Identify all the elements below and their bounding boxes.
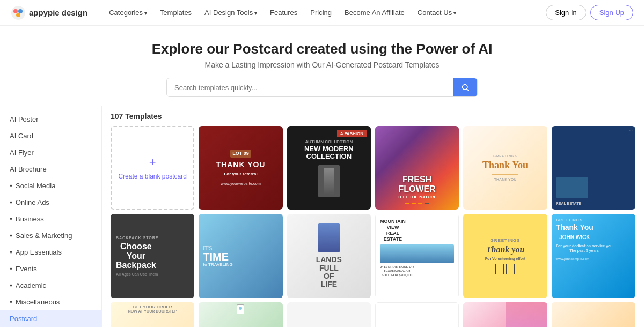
create-label: Create a blank postcard xyxy=(118,173,186,180)
search-bar xyxy=(166,78,478,97)
signin-button[interactable]: Sign In xyxy=(546,5,586,20)
nav-contact[interactable]: Contact Us xyxy=(412,5,462,20)
template-card-16[interactable]: 59% OFF SALE xyxy=(463,302,547,327)
template-card-4[interactable]: GREETINGS Thank You THANK YOU xyxy=(463,126,547,210)
content-area: 107 Templates + Create a blank postcard … xyxy=(102,106,644,327)
svg-point-3 xyxy=(16,13,20,17)
sidebar-item-app-essentials[interactable]: ▾ App Essentials xyxy=(0,244,101,261)
logo-text: appypie design xyxy=(29,8,87,17)
logo[interactable]: appypie design xyxy=(11,5,87,20)
sidebar-item-ai-flyer[interactable]: AI Flyer xyxy=(0,144,101,161)
template-card-9[interactable]: MOUNTAINVIEWREALESTATE 2411 BRIAR ROSE D… xyxy=(375,214,459,298)
sidebar-item-sales-marketing[interactable]: ▾ Sales & Marketing xyxy=(0,227,101,244)
nav-ai-tools[interactable]: AI Design Tools xyxy=(199,5,262,20)
sidebar-item-business[interactable]: ▾ Business xyxy=(0,211,101,227)
svg-point-2 xyxy=(18,9,23,13)
plus-icon: + xyxy=(149,155,156,169)
sidebar-item-ai-brochure[interactable]: AI Brochure xyxy=(0,161,101,177)
template-card-13[interactable] xyxy=(199,302,282,327)
create-blank-card[interactable]: + Create a blank postcard xyxy=(111,126,194,210)
template-card-3[interactable]: FRESHFLOWER FEEL THE NATURE xyxy=(375,126,459,210)
template-card-11[interactable]: GREETINGS Thank YouJOHN WICK For your de… xyxy=(552,214,635,298)
template-card-7[interactable]: IT'S TIME to TRAVELING xyxy=(199,214,282,298)
sidebar-item-online-ads[interactable]: ▾ Online Ads xyxy=(0,194,101,211)
nav-actions: Sign In Sign Up xyxy=(546,5,633,20)
search-button[interactable] xyxy=(453,78,477,96)
template-card-17[interactable]: THANK YOU FOR YOUR PURCHASE xyxy=(552,302,635,327)
search-input[interactable] xyxy=(167,79,453,96)
nav-templates[interactable]: Templates xyxy=(155,5,197,20)
template-card-10[interactable]: GREETINGS Thank you For Volunteering eff… xyxy=(463,214,547,298)
sidebar-item-academic[interactable]: ▾ Academic xyxy=(0,277,101,294)
template-card-14[interactable]: URBANSTRIDE xyxy=(287,302,371,327)
search-icon xyxy=(461,83,470,92)
sidebar-item-ai-card[interactable]: AI Card xyxy=(0,128,101,144)
nav-categories[interactable]: Categories xyxy=(104,5,152,20)
template-card-6[interactable]: BACKPACK STORE ChooseYourBackpack All Ag… xyxy=(111,214,194,298)
nav-links: Categories Templates AI Design Tools Fea… xyxy=(104,5,546,20)
sidebar-item-ai-poster[interactable]: AI Poster xyxy=(0,111,101,128)
navbar: appypie design Categories Templates AI D… xyxy=(0,0,644,26)
hero-subtitle: Make a Lasting Impression with Our AI-Ge… xyxy=(11,61,633,69)
templates-grid: + Create a blank postcard LOT 09 THANK Y… xyxy=(111,126,635,327)
template-card-5[interactable]: ⋯ REAL ESTATE xyxy=(552,126,635,210)
nav-features[interactable]: Features xyxy=(265,5,303,20)
sidebar-item-miscellaneous[interactable]: ▾ Miscellaneous xyxy=(0,294,101,310)
signup-button[interactable]: Sign Up xyxy=(590,5,633,20)
main-layout: AI Poster AI Card AI Flyer AI Brochure ▾… xyxy=(0,106,644,327)
nav-pricing[interactable]: Pricing xyxy=(305,5,337,20)
templates-count: 107 Templates xyxy=(111,112,635,121)
template-card-15[interactable]: Food Postcard xyxy=(375,302,459,327)
template-card-12[interactable]: GET YOUR ORDER NOW AT YOUR DOORSTEP ORDE… xyxy=(111,302,194,327)
template-card-1[interactable]: LOT 09 THANK YOU For your referral www.y… xyxy=(199,126,282,210)
sidebar-item-postcard[interactable]: Postcard xyxy=(0,310,101,327)
template-card-8[interactable]: LANDSFULLOFLIFE xyxy=(287,214,371,298)
hero-title: Explore our Postcard created using the P… xyxy=(11,41,633,57)
sidebar-item-social-media[interactable]: ▾ Social Media xyxy=(0,177,101,194)
template-card-2[interactable]: A FASHION AUTUMN COLLECTION NEW MODERNCO… xyxy=(287,126,371,210)
hero-section: Explore our Postcard created using the P… xyxy=(0,26,644,106)
nav-affiliate[interactable]: Become An Affiliate xyxy=(339,5,410,20)
sidebar-item-events[interactable]: ▾ Events xyxy=(0,261,101,277)
sidebar: AI Poster AI Card AI Flyer AI Brochure ▾… xyxy=(0,106,102,327)
svg-point-1 xyxy=(13,9,18,13)
